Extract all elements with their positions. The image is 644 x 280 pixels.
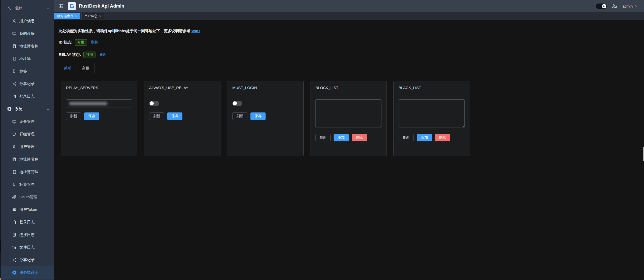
link-icon (12, 195, 16, 199)
gear-icon (7, 107, 12, 111)
settings-cards: RELAY_SERVERS 刷新 保存 ALWAYS_USE_RELAY (59, 81, 640, 156)
relay-status-label: RELAY 状态: (59, 52, 81, 57)
sidebar-item-share-records[interactable]: 分享记录 (0, 77, 54, 90)
moon-icon (602, 4, 606, 8)
card-always-use-relay: ALWAYS_USE_RELAY 刷新 保存 (144, 81, 220, 156)
book-icon (12, 44, 16, 48)
username: admin (622, 4, 633, 8)
clipboard-icon (12, 94, 16, 99)
page-scrollbar-thumb[interactable] (643, 147, 644, 161)
view-tab-server-commands[interactable]: 服务端命令 × (54, 13, 80, 19)
collapse-sidebar-icon[interactable] (59, 4, 64, 9)
card-relay-servers: RELAY_SERVERS 刷新 保存 (61, 81, 137, 156)
rustdesk-logo (68, 2, 76, 10)
user-menu[interactable]: admin (622, 4, 638, 8)
user-icon (7, 6, 12, 11)
card-title: BLACK_LIST (394, 81, 470, 94)
refresh-button[interactable]: 刷新 (399, 134, 414, 141)
status-badge: 可用 (83, 52, 95, 58)
sidebar-item-my-devices[interactable]: 我的设备 (0, 27, 54, 40)
sidebar-item-addressbook-names-mgmt[interactable]: 地址簿名称 (0, 153, 54, 166)
sidebar-item-share-records-admin[interactable]: 分享记录 (0, 254, 54, 266)
chevron-down-icon (634, 4, 638, 8)
monitor-icon (12, 119, 16, 124)
relay-servers-input[interactable] (66, 99, 132, 107)
sidebar-item-addressbook-names[interactable]: 地址簿名称 (0, 40, 54, 52)
clipboard-icon (12, 220, 16, 224)
save-button[interactable]: 保存 (167, 112, 182, 120)
sidebar-item-login-logs-admin[interactable]: 登录日志 (0, 216, 54, 228)
close-icon[interactable]: × (75, 14, 77, 18)
refresh-button[interactable]: 刷新 (315, 134, 331, 141)
wiki-link[interactable]: WIKI (191, 29, 200, 33)
view-tab-user-info[interactable]: 用户信息 × (81, 13, 104, 19)
redacted-value (69, 102, 107, 105)
sidebar-group-mine[interactable]: 我的 (0, 2, 54, 15)
card-must-login: MUST_LOGIN 刷新 保存 (227, 81, 304, 156)
block-list-textarea[interactable] (315, 99, 381, 128)
card-title: ALWAYS_USE_RELAY (144, 81, 220, 94)
app-window: 我的 用户信息 我的设备 地址簿名称 地址簿 标签 分享记录 登录日志 系统 设… (0, 0, 644, 280)
tab-advanced[interactable]: 高级 (77, 63, 95, 73)
gear-icon (12, 270, 16, 275)
always-use-relay-toggle[interactable] (149, 101, 159, 106)
card-title: MUST_LOGIN (227, 81, 303, 94)
sidebar-item-oauth-mgmt[interactable]: Oauth管理 (0, 191, 54, 203)
sidebar-item-connection-logs[interactable]: 连接日志 (0, 228, 54, 241)
relay-status-row: RELAY 状态: 可用 刷新 (59, 51, 640, 58)
book-icon (12, 157, 16, 162)
add-button[interactable]: 添加 (417, 134, 432, 141)
tab-simple[interactable]: 简单 (59, 63, 77, 73)
sidebar-item-tag-mgmt[interactable]: 标签管理 (0, 178, 54, 191)
user-icon (12, 145, 16, 149)
sidebar-group-label: 我的 (15, 6, 22, 11)
user-icon (12, 19, 16, 23)
view-tabstrip: 服务端命令 × 用户信息 × (54, 12, 644, 20)
artifact-dot (0, 278, 1, 280)
sidebar-item-addressbook[interactable]: 地址簿 (0, 52, 54, 65)
delete-button[interactable]: 删除 (352, 134, 367, 141)
share-icon (12, 258, 16, 262)
refresh-button[interactable]: 刷新 (232, 112, 247, 120)
refresh-link[interactable]: 刷新 (91, 40, 98, 45)
save-button[interactable]: 保存 (250, 112, 266, 120)
bookmark-icon (12, 69, 16, 73)
sidebar-item-user-token[interactable]: 用户Token (0, 203, 54, 216)
notebook-icon (12, 57, 16, 61)
sidebar-item-group-mgmt[interactable]: 群组管理 (0, 128, 54, 140)
sidebar: 我的 用户信息 我的设备 地址簿名称 地址簿 标签 分享记录 登录日志 系统 设… (0, 0, 54, 280)
sidebar-item-tags[interactable]: 标签 (0, 65, 54, 77)
chevron-up-icon (46, 7, 50, 10)
black-list-textarea[interactable] (399, 99, 465, 128)
share-icon (12, 82, 16, 86)
sidebar-item-file-logs[interactable]: 文件日志 (0, 241, 54, 254)
chat-icon (12, 132, 16, 136)
sidebar-scrollbar-thumb[interactable] (0, 241, 1, 253)
sidebar-item-user-mgmt[interactable]: 用户管理 (0, 140, 54, 153)
must-login-toggle[interactable] (232, 101, 242, 106)
sidebar-item-user-info[interactable]: 用户信息 (0, 15, 54, 27)
refresh-link[interactable]: 刷新 (100, 52, 106, 57)
topbar-actions: 文A admin (596, 4, 644, 9)
card-title: RELAY_SERVERS (61, 81, 137, 94)
chevron-up-icon (46, 107, 50, 111)
sidebar-item-login-logs[interactable]: 登录日志 (0, 90, 54, 103)
save-button[interactable]: 保存 (84, 112, 99, 120)
sidebar-item-addressbook-mgmt[interactable]: 地址簿管理 (0, 166, 54, 178)
add-button[interactable]: 添加 (334, 134, 349, 141)
delete-button[interactable]: 删除 (435, 134, 450, 141)
experimental-notice: 此处功能为实验性质，请确保api和hbbs处于同一回环地址下，更多说明请参考 W… (59, 29, 640, 33)
card-black-list: BLACK_LIST 刷新 添加 删除 (393, 81, 470, 156)
main-content: 此处功能为实验性质，请确保api和hbbs处于同一回环地址下，更多说明请参考 W… (54, 20, 644, 280)
status-badge: 可用 (75, 39, 87, 46)
refresh-button[interactable]: 刷新 (149, 112, 164, 120)
close-icon[interactable]: × (99, 14, 101, 18)
sidebar-item-server-commands[interactable]: 服务端命令 (0, 266, 54, 279)
sidebar-item-device-mgmt[interactable]: 设备管理 (0, 115, 54, 128)
archive-icon (12, 245, 16, 250)
dark-mode-toggle[interactable] (596, 4, 607, 9)
sidebar-group-system[interactable]: 系统 (0, 103, 54, 115)
id-status-label: ID 状态: (59, 40, 72, 45)
refresh-button[interactable]: 刷新 (66, 112, 81, 120)
language-icon[interactable]: 文A (612, 4, 617, 8)
